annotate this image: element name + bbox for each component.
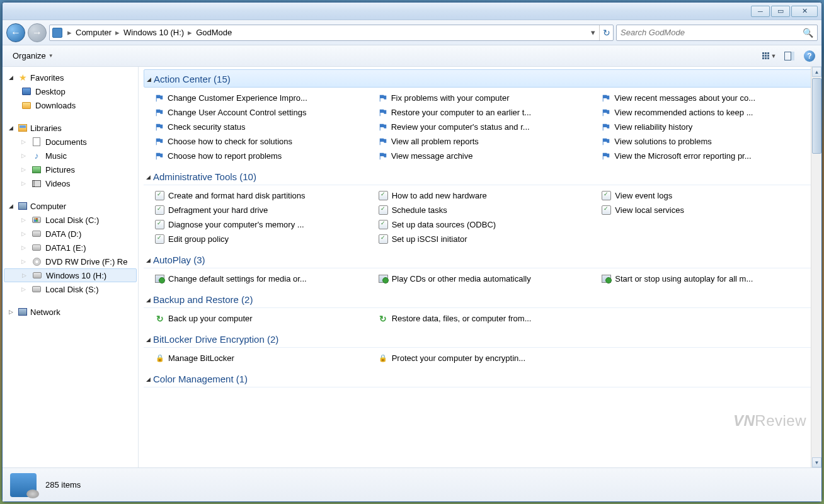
list-item[interactable]: View recent messages about your co...: [599, 91, 816, 105]
list-item[interactable]: How to add new hardware: [376, 189, 593, 202]
chevron-right-icon[interactable]: ▸: [188, 28, 192, 37]
crumb-drive[interactable]: Windows 10 (H:): [122, 26, 185, 38]
help-button[interactable]: ?: [803, 49, 816, 63]
list-item[interactable]: Schedule tasks: [376, 203, 593, 217]
search-box[interactable]: 🔍: [616, 25, 818, 41]
sidebar-item-disk-h[interactable]: ▷ Windows 10 (H:): [4, 268, 137, 282]
preview-pane-button[interactable]: [782, 49, 796, 63]
item-label: View reliability history: [614, 122, 692, 132]
list-item[interactable]: Defragment your hard drive: [152, 203, 370, 217]
item-label: Review your computer's status and r...: [391, 122, 530, 132]
maximize-button[interactable]: ▭: [771, 6, 790, 17]
music-icon: ♪: [31, 151, 42, 161]
group-header[interactable]: ◢ Backup and Restore (2): [144, 290, 816, 308]
breadcrumb[interactable]: ▸ Computer ▸ Windows 10 (H:) ▸ GodMode ▾…: [49, 25, 614, 41]
list-item[interactable]: Set up iSCSI initiator: [376, 232, 593, 246]
chevron-down-icon: ▼: [49, 53, 55, 59]
expand-icon[interactable]: ▷: [21, 152, 28, 159]
scroll-down-button[interactable]: ▼: [812, 457, 821, 467]
sidebar-item-pictures[interactable]: ▷ Pictures: [4, 163, 137, 176]
expand-icon[interactable]: ▷: [21, 244, 28, 251]
crumb-computer[interactable]: Computer: [74, 26, 113, 38]
list-item[interactable]: Review your computer's status and r...: [376, 120, 593, 134]
list-item[interactable]: Start or stop using autoplay for all m..…: [599, 272, 816, 285]
flag-icon: [602, 152, 610, 161]
list-item[interactable]: View event logs: [599, 189, 816, 202]
sidebar-item-disk-c[interactable]: ▷ Local Disk (C:): [4, 213, 137, 227]
list-item[interactable]: Choose how to check for solutions: [152, 135, 370, 148]
list-item[interactable]: Restore data, files, or computer from...: [376, 312, 593, 325]
expand-icon[interactable]: ▷: [21, 286, 28, 292]
refresh-button[interactable]: ↻: [599, 25, 613, 40]
list-item[interactable]: Create and format hard disk partitions: [152, 189, 370, 202]
group-header[interactable]: ◢ Action Center (15): [144, 69, 816, 88]
list-item[interactable]: Set up data sources (ODBC): [376, 218, 593, 231]
view-options-button[interactable]: ▼: [762, 49, 776, 63]
scroll-thumb[interactable]: [812, 78, 821, 154]
expand-icon[interactable]: ▷: [21, 217, 28, 223]
search-input[interactable]: [621, 28, 803, 37]
sidebar-item-videos[interactable]: ▷ Videos: [4, 176, 137, 190]
list-item[interactable]: Manage BitLocker: [152, 352, 370, 365]
favorites-header[interactable]: ◢ ★ Favorites: [4, 71, 137, 84]
expand-icon[interactable]: ▷: [9, 309, 15, 315]
list-item[interactable]: View solutions to problems: [599, 135, 816, 148]
sidebar-item-disk-d[interactable]: ▷ DATA (D:): [4, 227, 137, 241]
computer-header[interactable]: ◢ Computer: [4, 199, 137, 213]
list-item[interactable]: View recommended actions to keep ...: [599, 106, 816, 119]
libraries-header[interactable]: ◢ Libraries: [4, 121, 137, 135]
sidebar-item-downloads[interactable]: Downloads: [4, 98, 137, 112]
list-item[interactable]: View local services: [599, 203, 816, 217]
expand-icon[interactable]: ▷: [21, 166, 28, 173]
list-item[interactable]: Restore your computer to an earlier t...: [376, 106, 593, 119]
item-label: Protect your computer by encryptin...: [392, 353, 525, 363]
list-item[interactable]: Protect your computer by encryptin...: [376, 352, 593, 365]
network-header[interactable]: ▷ Network: [4, 305, 137, 319]
chevron-right-icon[interactable]: ▸: [115, 28, 120, 37]
expand-icon[interactable]: ▷: [21, 139, 28, 145]
breadcrumb-dropdown[interactable]: ▾: [587, 28, 599, 37]
list-item[interactable]: Fix problems with your computer: [376, 91, 593, 105]
expand-icon[interactable]: ▷: [21, 180, 28, 186]
scrollbar[interactable]: ▲ ▼: [811, 67, 821, 467]
list-item[interactable]: Choose how to report problems: [152, 149, 370, 163]
sidebar-item-desktop[interactable]: Desktop: [4, 84, 137, 98]
network-section: ▷ Network: [4, 305, 137, 319]
list-item[interactable]: Play CDs or other media automatically: [376, 272, 593, 285]
group-title: Backup and Restore (2): [153, 294, 253, 305]
list-item[interactable]: View the Microsoft error reporting pr...: [599, 149, 816, 163]
group-header[interactable]: ◢ BitLocker Drive Encryption (2): [144, 330, 816, 348]
list-item[interactable]: View all problem reports: [376, 135, 593, 148]
list-item[interactable]: Back up your computer: [152, 312, 370, 325]
expand-icon[interactable]: ▷: [22, 272, 28, 278]
sidebar-item-music[interactable]: ▷ ♪ Music: [4, 149, 137, 163]
list-item[interactable]: Check security status: [152, 120, 370, 134]
scroll-up-button[interactable]: ▲: [812, 67, 821, 77]
sidebar-item-dvd-f[interactable]: ▷ DVD RW Drive (F:) Re: [4, 255, 137, 268]
forward-button[interactable]: →: [28, 23, 47, 42]
item-label: Start or stop using autoplay for all m..…: [615, 274, 753, 284]
list-item[interactable]: View reliability history: [599, 120, 816, 134]
sidebar-item-disk-e[interactable]: ▷ DATA1 (E:): [4, 241, 137, 255]
crumb-folder[interactable]: GodMode: [195, 26, 233, 38]
group-header[interactable]: ◢ Color Management (1): [144, 370, 816, 387]
organize-button[interactable]: Organize ▼: [8, 49, 60, 63]
minimize-button[interactable]: ─: [751, 6, 770, 17]
expand-icon[interactable]: ▷: [21, 231, 28, 237]
list-item[interactable]: View message archive: [376, 149, 593, 163]
item-label: View event logs: [615, 191, 672, 200]
list-item[interactable]: Edit group policy: [152, 232, 370, 246]
group-header[interactable]: ◢ Administrative Tools (10): [144, 168, 816, 185]
list-item[interactable]: Change Customer Experience Impro...: [152, 91, 370, 105]
close-button[interactable]: ✕: [791, 6, 818, 17]
sidebar-item-disk-s[interactable]: ▷ Local Disk (S:): [4, 282, 137, 296]
list-item[interactable]: Diagnose your computer's memory ...: [152, 218, 370, 231]
group-header[interactable]: ◢ AutoPlay (3): [144, 251, 816, 268]
back-button[interactable]: ←: [6, 23, 25, 42]
list-item[interactable]: Change default settings for media or...: [152, 272, 370, 285]
search-icon[interactable]: 🔍: [803, 28, 813, 38]
list-item[interactable]: Change User Account Control settings: [152, 106, 370, 119]
sidebar-item-documents[interactable]: ▷ Documents: [4, 135, 137, 149]
chevron-right-icon[interactable]: ▸: [67, 28, 72, 37]
expand-icon[interactable]: ▷: [21, 258, 28, 265]
